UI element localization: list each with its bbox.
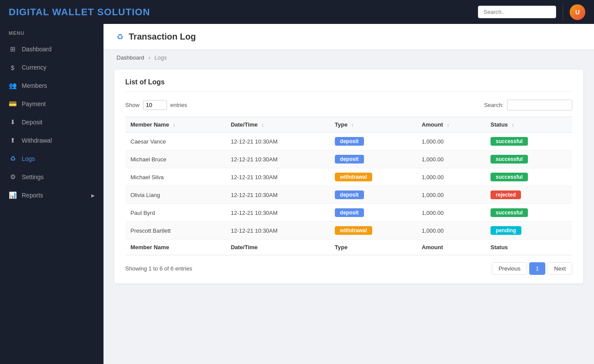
cell-amount: 1,000.00 bbox=[417, 133, 485, 150]
table-search-input[interactable] bbox=[507, 100, 572, 110]
deposit-icon: ⬇ bbox=[9, 118, 17, 126]
col-amount[interactable]: Amount ↕ bbox=[417, 117, 485, 133]
cell-status: rejected bbox=[485, 186, 572, 204]
show-entries-control: Show entries bbox=[125, 100, 187, 110]
col-member-name[interactable]: Member Name ↕ bbox=[125, 117, 226, 133]
sidebar: MENU ⊞ Dashboard $ Currency 👥 Members 💳 … bbox=[0, 24, 103, 364]
global-search-input[interactable] bbox=[478, 6, 556, 18]
cell-amount: 1,000.00 bbox=[417, 186, 485, 204]
sidebar-item-deposit[interactable]: ⬇ Deposit bbox=[0, 113, 103, 131]
sidebar-item-label: Logs bbox=[22, 155, 35, 162]
cell-amount: 1,000.00 bbox=[417, 204, 485, 222]
status-badge: successful bbox=[491, 208, 528, 217]
cell-datetime: 12-12-21 10:30AM bbox=[226, 204, 330, 222]
sidebar-menu-label: MENU bbox=[0, 30, 103, 40]
col-status[interactable]: Status ↕ bbox=[485, 117, 572, 133]
card-title: List of Logs bbox=[125, 78, 572, 92]
footer-col-amount: Amount bbox=[417, 240, 485, 255]
page-header-icon: ♻ bbox=[117, 32, 123, 42]
topnav: DIGITAL WALLET SOLUTION U bbox=[0, 0, 594, 24]
next-button[interactable]: Next bbox=[547, 262, 572, 275]
col-datetime[interactable]: Date/Time ↕ bbox=[226, 117, 330, 133]
cell-type: deposit bbox=[330, 204, 417, 222]
breadcrumb-current: Logs bbox=[154, 54, 167, 61]
col-type[interactable]: Type ↕ bbox=[330, 117, 417, 133]
sidebar-item-logs[interactable]: ♻ Logs bbox=[0, 150, 103, 168]
cell-datetime: 12-12-21 10:30AM bbox=[226, 222, 330, 240]
avatar[interactable]: U bbox=[570, 4, 585, 20]
sidebar-item-label: Payment bbox=[22, 100, 46, 107]
footer-col-member-name: Member Name bbox=[125, 240, 226, 255]
cell-datetime: 12-12-21 10:30AM bbox=[226, 186, 330, 204]
sidebar-item-dashboard[interactable]: ⊞ Dashboard bbox=[0, 40, 103, 58]
table-row: Michael Silva 12-12-21 10:30AM withdrawa… bbox=[125, 168, 572, 186]
sidebar-item-members[interactable]: 👥 Members bbox=[0, 77, 103, 95]
sidebar-item-settings[interactable]: ⚙ Settings bbox=[0, 168, 103, 186]
status-badge: rejected bbox=[491, 190, 521, 199]
cell-status: pending bbox=[485, 222, 572, 240]
breadcrumb-home[interactable]: Dashboard bbox=[117, 54, 144, 61]
nav-divider bbox=[563, 3, 563, 21]
previous-button[interactable]: Previous bbox=[492, 262, 527, 275]
sidebar-item-label: Settings bbox=[22, 174, 44, 180]
cell-type: withdrawal bbox=[330, 168, 417, 186]
sidebar-item-label: Members bbox=[22, 82, 47, 89]
logs-icon: ♻ bbox=[9, 155, 17, 163]
sort-icon-amount: ↕ bbox=[447, 122, 449, 127]
page-1-button[interactable]: 1 bbox=[529, 262, 545, 275]
entries-label: entries bbox=[170, 102, 187, 108]
cell-member-name: Caesar Vance bbox=[125, 133, 226, 150]
sidebar-item-label: Currency bbox=[22, 64, 47, 71]
cell-member-name: Michael Bruce bbox=[125, 150, 226, 168]
table-row: Caesar Vance 12-12-21 10:30AM deposit 1,… bbox=[125, 133, 572, 150]
table-row: Olivia Liang 12-12-21 10:30AM deposit 1,… bbox=[125, 186, 572, 204]
sort-icon-type: ↕ bbox=[351, 122, 354, 127]
sidebar-item-label: Withdrawal bbox=[22, 137, 52, 144]
reports-icon: 📊 bbox=[9, 191, 17, 199]
cell-member-name: Michael Silva bbox=[125, 168, 226, 186]
pagination: Previous 1 Next bbox=[492, 262, 572, 275]
table-row: Prescott Bartlett 12-12-21 10:30AM withd… bbox=[125, 222, 572, 240]
app-title: DIGITAL WALLET SOLUTION bbox=[9, 7, 150, 18]
status-badge: successful bbox=[491, 173, 528, 181]
showing-entries-text: Showing 1 to 6 of 6 entries bbox=[125, 265, 192, 272]
table-row: Michael Bruce 12-12-21 10:30AM deposit 1… bbox=[125, 150, 572, 168]
footer-col-type: Type bbox=[330, 240, 417, 255]
cell-member-name: Paul Byrd bbox=[125, 204, 226, 222]
cell-status: successful bbox=[485, 204, 572, 222]
sidebar-item-label: Dashboard bbox=[22, 46, 52, 53]
cell-status: successful bbox=[485, 133, 572, 150]
dashboard-icon: ⊞ bbox=[9, 45, 17, 53]
status-badge: pending bbox=[491, 226, 521, 235]
table-footer: Showing 1 to 6 of 6 entries Previous 1 N… bbox=[125, 262, 572, 275]
cell-status: successful bbox=[485, 168, 572, 186]
table-row: Paul Byrd 12-12-21 10:30AM deposit 1,000… bbox=[125, 204, 572, 222]
reports-arrow-icon: ▶ bbox=[91, 193, 95, 198]
page-header: ♻ Transaction Log bbox=[103, 24, 594, 50]
breadcrumb: Dashboard › Logs bbox=[103, 50, 594, 65]
type-badge: deposit bbox=[335, 137, 364, 146]
currency-icon: $ bbox=[9, 63, 17, 71]
sidebar-item-withdrawal[interactable]: ⬆ Withdrawal bbox=[0, 131, 103, 150]
type-badge: deposit bbox=[335, 190, 364, 199]
cell-amount: 1,000.00 bbox=[417, 168, 485, 186]
logs-table: Member Name ↕ Date/Time ↕ Type ↕ Amoun bbox=[125, 117, 572, 255]
sort-icon-member: ↕ bbox=[173, 122, 176, 127]
cell-type: deposit bbox=[330, 133, 417, 150]
withdrawal-icon: ⬆ bbox=[9, 137, 17, 144]
members-icon: 👥 bbox=[9, 82, 17, 90]
cell-datetime: 12-12-21 10:30AM bbox=[226, 150, 330, 168]
entries-input[interactable] bbox=[143, 100, 167, 110]
sidebar-item-currency[interactable]: $ Currency bbox=[0, 58, 103, 77]
cell-member-name: Olivia Liang bbox=[125, 186, 226, 204]
sidebar-item-reports[interactable]: 📊 Reports ▶ bbox=[0, 186, 103, 204]
cell-amount: 1,000.00 bbox=[417, 150, 485, 168]
sidebar-item-payment[interactable]: 💳 Payment bbox=[0, 95, 103, 113]
cell-status: successful bbox=[485, 150, 572, 168]
table-header-row: Member Name ↕ Date/Time ↕ Type ↕ Amoun bbox=[125, 117, 572, 133]
cell-type: withdrawal bbox=[330, 222, 417, 240]
table-footer-header-row: Member Name Date/Time Type Amount Status bbox=[125, 240, 572, 255]
footer-col-datetime: Date/Time bbox=[226, 240, 330, 255]
sidebar-item-label: Reports bbox=[22, 192, 43, 199]
sort-icon-datetime: ↕ bbox=[261, 122, 264, 127]
